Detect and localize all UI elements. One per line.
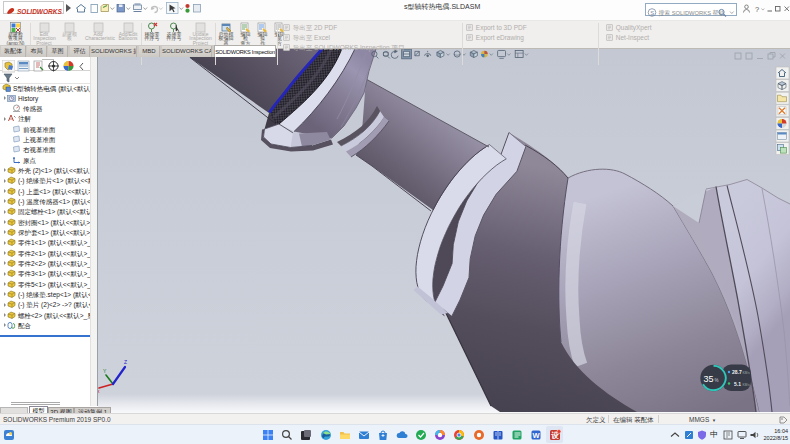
svg-text:SOLIDWORKS: SOLIDWORKS (17, 8, 62, 15)
svg-text:%: % (715, 378, 719, 383)
svg-text:W: W (533, 431, 541, 440)
svg-text:28.7: 28.7 (732, 369, 742, 375)
svg-text:35: 35 (704, 374, 714, 384)
svg-text:Z: Z (124, 359, 127, 365)
svg-text:KB/s: KB/s (743, 383, 750, 387)
svg-text:搜索 SOLIDWORKS 帮助: 搜索 SOLIDWORKS 帮助 (659, 8, 725, 16)
svg-text:?: ? (755, 5, 759, 14)
svg-text:KB/s: KB/s (743, 371, 750, 375)
svg-text:S: S (650, 10, 654, 16)
svg-text:5.1: 5.1 (734, 381, 741, 387)
